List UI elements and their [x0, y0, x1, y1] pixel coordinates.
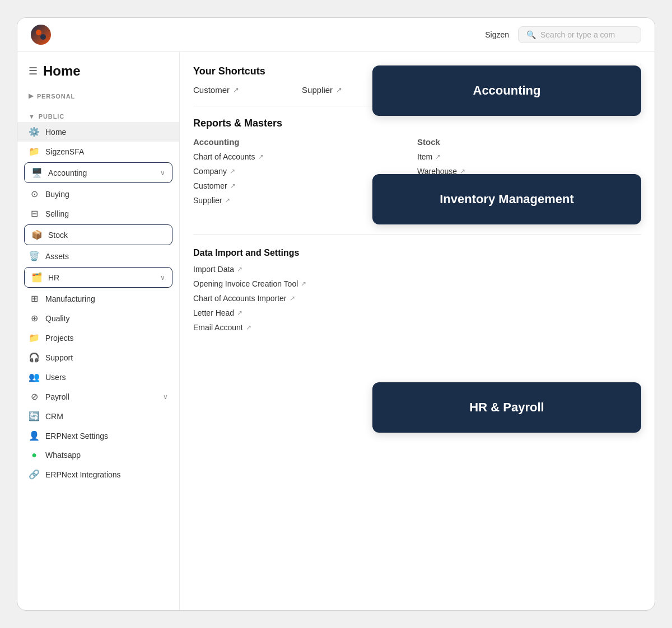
sidebar-item-projects[interactable]: 📁 Projects	[17, 328, 179, 348]
sidebar-item-label: Manufacturing	[45, 294, 95, 303]
whatsapp-icon: ●	[29, 450, 40, 460]
divider-2	[193, 234, 641, 235]
external-link-icon: ↗	[336, 86, 342, 94]
sidebar-item-users[interactable]: 👥 Users	[17, 367, 179, 387]
sidebar-item-hr[interactable]: 🗂️ HR ∨	[24, 267, 172, 288]
sidebar-item-label: Stock	[48, 231, 68, 240]
support-icon: 🎧	[29, 352, 40, 363]
personal-arrow-icon: ▶	[29, 92, 34, 100]
hr-card[interactable]: HR & Payroll	[372, 382, 641, 433]
external-link-icon: ↗	[237, 309, 242, 317]
public-section-label: ▼ PUBLIC	[17, 109, 179, 122]
main-layout: ☰ Home ▶ PERSONAL ▼ PUBLIC ⚙️ Home 📁 Sig…	[17, 52, 655, 610]
svg-point-0	[36, 30, 41, 35]
sidebar-item-label: Users	[45, 373, 66, 382]
accounting-card[interactable]: Accounting	[372, 65, 641, 116]
external-link-icon: ↗	[258, 153, 264, 161]
shortcut-customer[interactable]: Customer ↗	[193, 85, 239, 95]
crm-icon: 🔄	[29, 411, 40, 421]
data-import-title: Data Import and Settings	[193, 248, 641, 258]
sidebar-item-label: Assets	[45, 252, 69, 261]
external-link-icon: ↗	[237, 265, 242, 273]
sidebar-item-label: Accounting	[48, 168, 87, 177]
app-container: Sigzen 🔍 Search or type a com ☰ Home ▶ P…	[17, 17, 655, 611]
inventory-card[interactable]: Inventory Management	[372, 174, 641, 224]
sidebar-header: ☰ Home	[17, 63, 179, 88]
accounting-card-title: Accounting	[473, 83, 541, 98]
content-area: Accounting Inventory Management HR & Pay…	[180, 52, 655, 610]
sidebar-item-assets[interactable]: 🗑️ Assets	[17, 246, 179, 266]
sidebar-item-label: Buying	[45, 190, 69, 199]
report-item[interactable]: Item ↗	[417, 152, 641, 161]
sidebar-item-label: HR	[48, 273, 59, 282]
sidebar-item-label: Support	[45, 353, 73, 362]
import-letter-head[interactable]: Letter Head ↗	[193, 308, 641, 317]
external-link-icon: ↗	[301, 280, 306, 288]
stock-icon: 📦	[31, 229, 43, 240]
reports-title: Reports & Masters	[193, 118, 641, 129]
sidebar-item-accounting[interactable]: 🖥️ Accounting ∨	[24, 162, 172, 183]
username: Sigzen	[485, 30, 509, 39]
sidebar-item-erpnext-settings[interactable]: 👤 ERPNext Settings	[17, 426, 179, 446]
sidebar-item-label: Whatsapp	[45, 451, 81, 460]
sidebar: ☰ Home ▶ PERSONAL ▼ PUBLIC ⚙️ Home 📁 Sig…	[17, 52, 180, 610]
chevron-down-icon: ∨	[163, 393, 168, 401]
sidebar-item-stock[interactable]: 📦 Stock	[24, 224, 172, 245]
sidebar-item-support[interactable]: 🎧 Support	[17, 348, 179, 367]
shortcut-supplier[interactable]: Supplier ↗	[302, 85, 342, 95]
home-icon: ⚙️	[29, 126, 40, 137]
report-chart-of-accounts[interactable]: Chart of Accounts ↗	[193, 152, 417, 161]
sidebar-item-payroll[interactable]: ⊘ Payroll ∨	[17, 387, 179, 406]
sidebar-item-crm[interactable]: 🔄 CRM	[17, 406, 179, 426]
assets-icon: 🗑️	[29, 251, 40, 261]
sidebar-item-whatsapp[interactable]: ● Whatsapp	[17, 446, 179, 465]
public-arrow-icon: ▼	[29, 113, 35, 120]
chevron-down-icon: ∨	[160, 169, 165, 177]
sidebar-item-quality[interactable]: ⊕ Quality	[17, 308, 179, 328]
external-link-icon: ↗	[435, 153, 441, 161]
selling-icon: ⊟	[29, 208, 40, 219]
sidebar-item-erpnext-integrations[interactable]: 🔗 ERPNext Integrations	[17, 465, 179, 484]
search-placeholder: Search or type a com	[540, 30, 615, 39]
external-link-icon: ↗	[290, 294, 295, 302]
page-title: Home	[43, 63, 81, 79]
manufacturing-icon: ⊞	[29, 293, 40, 304]
import-email-account[interactable]: Email Account ↗	[193, 323, 641, 332]
hamburger-icon[interactable]: ☰	[29, 65, 38, 77]
personal-section-label: ▶ PERSONAL	[17, 88, 179, 102]
chevron-down-icon: ∨	[160, 274, 165, 282]
hr-icon: 🗂️	[31, 272, 43, 283]
integrations-icon: 🔗	[29, 469, 40, 480]
inventory-card-title: Inventory Management	[440, 192, 574, 207]
import-data[interactable]: Import Data ↗	[193, 265, 641, 274]
external-link-icon: ↗	[233, 86, 239, 94]
accounting-icon: 🖥️	[31, 167, 43, 178]
sidebar-item-label: Quality	[45, 314, 70, 323]
accounting-col-title: Accounting	[193, 137, 417, 147]
sidebar-item-selling[interactable]: ⊟ Selling	[17, 204, 179, 223]
search-bar[interactable]: 🔍 Search or type a com	[518, 26, 641, 43]
quality-icon: ⊕	[29, 313, 40, 324]
import-chart-of-accounts[interactable]: Chart of Accounts Importer ↗	[193, 294, 641, 303]
sidebar-item-manufacturing[interactable]: ⊞ Manufacturing	[17, 289, 179, 308]
buying-icon: ⊙	[29, 189, 40, 199]
sidebar-item-label: CRM	[45, 412, 63, 421]
svg-point-1	[40, 34, 46, 40]
payroll-icon: ⊘	[29, 391, 40, 402]
external-link-icon: ↗	[230, 182, 236, 190]
data-import-section: Data Import and Settings Import Data ↗ O…	[193, 248, 641, 332]
sidebar-item-label: ERPNext Integrations	[45, 470, 121, 479]
external-link-icon: ↗	[246, 324, 251, 331]
projects-icon: 📁	[29, 332, 40, 343]
sidebar-item-buying[interactable]: ⊙ Buying	[17, 184, 179, 204]
logo[interactable]	[31, 25, 51, 45]
import-opening-invoice[interactable]: Opening Invoice Creation Tool ↗	[193, 279, 641, 288]
users-icon: 👥	[29, 372, 40, 382]
sidebar-item-label: ERPNext Settings	[45, 432, 108, 440]
sigzensfa-icon: 📁	[29, 146, 40, 157]
sidebar-item-label: SigzenSFA	[45, 147, 84, 156]
sidebar-item-label: Payroll	[45, 392, 69, 401]
sidebar-item-sigzensfa[interactable]: 📁 SigzenSFA	[17, 142, 179, 161]
external-link-icon: ↗	[225, 196, 230, 204]
sidebar-item-home[interactable]: ⚙️ Home	[17, 122, 179, 142]
